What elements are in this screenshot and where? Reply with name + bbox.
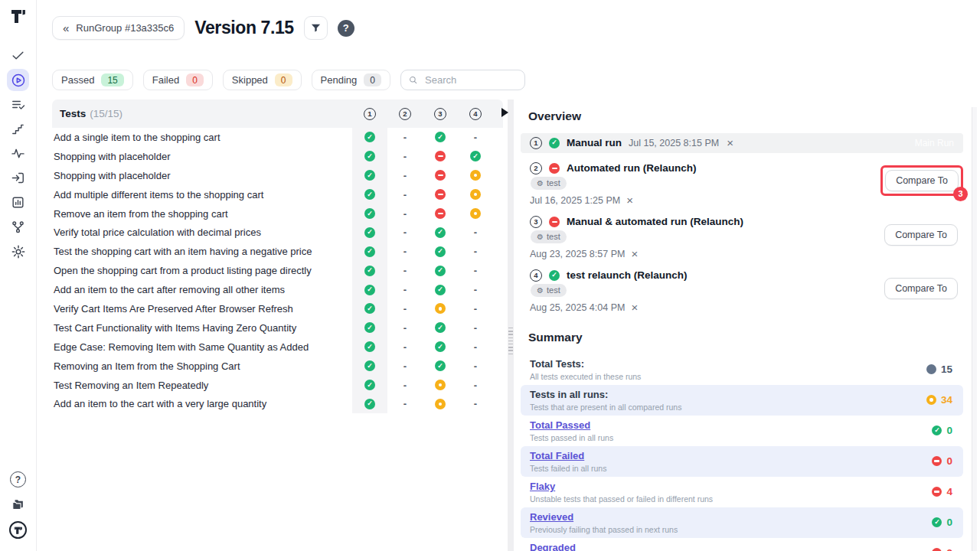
double-chevron-left-icon [63, 21, 69, 34]
status-pass-icon [435, 132, 446, 142]
search-input[interactable] [423, 73, 517, 86]
summary-row: Total Tests:All tests executed in these … [521, 354, 963, 385]
summary-value: 0 [932, 425, 952, 436]
filter-chip-skipped[interactable]: Skipped0 [223, 70, 302, 90]
column-number-2[interactable]: 2 [399, 108, 411, 120]
summary-value: 34 [926, 394, 952, 406]
summary-description: Previously failing that passed in next r… [530, 525, 678, 534]
close-run-icon[interactable] [631, 248, 638, 259]
summary-description: Unstable tests that passed or failed in … [530, 494, 713, 504]
test-row[interactable]: Verify Cart Items Are Preserved After Br… [52, 299, 503, 318]
compare-to-button[interactable]: Compare To [884, 278, 958, 299]
test-row[interactable]: Test the shopping cart with an item havi… [52, 242, 503, 261]
test-row[interactable]: Add an item to the cart with a very larg… [52, 394, 503, 413]
summary-link[interactable]: Degraded [530, 542, 676, 551]
status-fail-icon [932, 487, 942, 497]
run-tag-badge: test [531, 177, 567, 190]
status-empty [403, 189, 407, 200]
play-circle-icon[interactable] [7, 69, 29, 91]
test-row[interactable]: Shopping with placeholder [52, 166, 503, 185]
folders-icon[interactable] [7, 494, 29, 516]
close-run-icon[interactable] [631, 302, 638, 313]
back-to-rungroup-button[interactable]: RunGroup #13a335c6 [52, 16, 185, 40]
filter-button[interactable] [304, 16, 328, 40]
status-pass-icon [932, 425, 942, 435]
activity-icon[interactable] [7, 142, 29, 165]
divider-drag-handle[interactable] [508, 328, 513, 356]
topbar: RunGroup #13a335c6 Version 7.15 [52, 6, 354, 51]
compare-to-button[interactable]: Compare To [884, 224, 958, 246]
test-row[interactable]: Add multiple different items to the shop… [52, 185, 503, 204]
app-logo-icon[interactable] [8, 5, 29, 27]
compare-to-button[interactable]: Compare To [885, 170, 959, 191]
status-empty [403, 341, 407, 352]
branch-icon[interactable] [7, 216, 29, 238]
run-date: Jul 16, 2025 1:25 PM [530, 195, 620, 206]
status-empty [474, 227, 477, 238]
status-empty [403, 132, 407, 142]
status-pass-icon [364, 341, 375, 352]
list-check-icon[interactable] [7, 93, 29, 116]
bar-chart-icon[interactable] [7, 191, 29, 214]
overview-panel: Overview 1Manual runJul 15, 2025 8:15 PM… [521, 99, 963, 551]
status-empty [403, 322, 407, 333]
test-row[interactable]: Verify total price calculation with deci… [52, 223, 503, 242]
status-empty [474, 303, 477, 314]
filter-chip-count: 15 [101, 73, 123, 86]
test-name: Edge Case: Removing Item with Same Quant… [52, 341, 309, 353]
run-tag-badge: test [531, 230, 567, 243]
summary-value: 0 [932, 517, 952, 528]
status-pass-icon [364, 266, 375, 276]
status-skip-icon [926, 395, 936, 405]
summary-value: 3 [932, 547, 952, 551]
column-number-1[interactable]: 1 [364, 108, 376, 120]
test-row[interactable]: Test Cart Functionality with Items Havin… [52, 318, 503, 337]
test-row[interactable]: Open the shopping cart from a product li… [52, 261, 503, 280]
column-number-4[interactable]: 4 [469, 108, 482, 120]
summary-row: Tests in all runs:Tests that are present… [521, 385, 963, 416]
panel-divider [508, 99, 514, 551]
test-row[interactable]: Edge Case: Removing Item with Same Quant… [52, 337, 503, 357]
test-row[interactable]: Test Removing an Item Repeatedly [52, 376, 503, 395]
test-name: Test the shopping cart with an item havi… [52, 246, 312, 257]
filter-chip-pending[interactable]: Pending0 [312, 70, 390, 90]
test-row[interactable]: Shopping with placeholder [52, 147, 503, 166]
status-empty [403, 208, 407, 219]
summary-count: 34 [941, 394, 952, 406]
status-pass-icon [435, 322, 446, 333]
check-icon[interactable] [7, 44, 29, 67]
summary-title: Summary [521, 331, 963, 344]
status-pass-icon [435, 246, 446, 257]
tests-table-title: Tests [60, 108, 86, 119]
summary-link[interactable]: Flaky [530, 481, 713, 492]
help-button[interactable] [338, 20, 354, 37]
filter-chip-failed[interactable]: Failed0 [143, 70, 213, 90]
summary-row: RevievedPreviously failing that passed i… [521, 507, 963, 538]
test-row[interactable]: Add a single item to the shopping cart [52, 128, 503, 147]
summary-link[interactable]: Total Failed [530, 450, 606, 461]
summary-link[interactable]: Total Passed [530, 419, 613, 431]
logo-circle-icon[interactable] [7, 519, 29, 541]
summary-link[interactable]: Revieved [530, 511, 678, 523]
help-circle-icon[interactable] [7, 468, 29, 491]
main-content: RunGroup #13a335c6 Version 7.15 Passed15… [37, 0, 508, 551]
status-empty [403, 360, 407, 371]
test-row[interactable]: Add an item to the cart after removing a… [52, 280, 503, 299]
close-run-icon[interactable] [727, 137, 733, 148]
search-box [400, 70, 525, 90]
column-number-3[interactable]: 3 [434, 108, 446, 120]
import-icon[interactable] [7, 167, 29, 189]
summary-count: 0 [946, 517, 952, 528]
status-empty [474, 132, 477, 142]
vertical-scrollbar[interactable] [972, 107, 977, 551]
test-row[interactable]: Removing an Item from the Shopping Cart [52, 357, 503, 376]
test-row[interactable]: Remove an item from the shopping cart [52, 204, 503, 223]
annotation-box: Compare To3 [880, 165, 963, 196]
status-pass-icon [364, 151, 375, 161]
filter-chip-passed[interactable]: Passed15 [52, 70, 133, 90]
funnel-icon [310, 22, 322, 34]
stairs-icon[interactable] [7, 118, 29, 140]
close-run-icon[interactable] [626, 194, 633, 206]
gear-icon[interactable] [7, 240, 29, 262]
collapse-panel-arrow-icon[interactable] [501, 108, 508, 117]
